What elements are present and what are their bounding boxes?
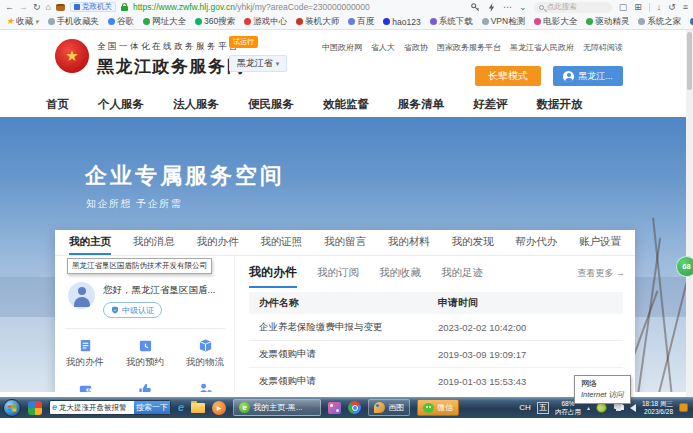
home-icon[interactable]: ⌂ <box>46 3 51 12</box>
table-row[interactable]: 发票领购申请 2019-03-09 19:09:17 <box>249 341 623 368</box>
paint-window-button[interactable]: 画图 <box>368 399 410 416</box>
cases-tab-subscriptions[interactable]: 我的订阅 <box>317 266 359 280</box>
bookmark-item[interactable]: 百度 <box>348 16 374 28</box>
floating-accelerator-ball[interactable]: 68 <box>676 256 693 277</box>
bookmark-item[interactable]: VPN检测 <box>482 16 525 28</box>
tab-my-messages[interactable]: 我的消息 <box>133 230 175 255</box>
top-link[interactable]: 省政协 <box>404 42 428 53</box>
download-icon[interactable]: ↓ <box>657 3 662 12</box>
cases-tab-my-cases[interactable]: 我的办件 <box>249 264 297 281</box>
table-row[interactable]: 企业养老保险缴费申报与变更 2023-02-02 10:42:00 <box>249 314 623 341</box>
bookmark-item[interactable]: 驱动精灵 <box>586 16 629 28</box>
shortcut-account-settings[interactable]: 账户设置 <box>186 382 224 392</box>
internet-explorer-icon[interactable]: e <box>178 402 184 413</box>
nav-item-personal[interactable]: 个人服务 <box>98 97 144 112</box>
bookmark-item[interactable]: 360搜索 <box>195 16 235 28</box>
taskbar-search-box[interactable]: e 龙大提涨开盘被报警 搜索一下 <box>49 400 171 415</box>
volume-tray-icon[interactable] <box>630 404 636 412</box>
tab-my-homepage[interactable]: 我的主页 <box>69 230 111 255</box>
scrollbar-thumb[interactable] <box>687 32 692 90</box>
cases-tab-favorites[interactable]: 我的收藏 <box>379 266 421 280</box>
nav-item-convenience[interactable]: 便民服务 <box>248 97 294 112</box>
bookmark-item[interactable]: 装机大师 <box>296 16 339 28</box>
lock-icon[interactable] <box>121 6 128 11</box>
reload-icon[interactable]: ↻ <box>33 3 41 12</box>
shortcut-my-appointments[interactable]: 我的预约 <box>126 338 164 369</box>
bookmark-favorites[interactable]: ★收藏▾ <box>6 16 39 28</box>
start-button[interactable] <box>3 399 21 417</box>
tray-expand-icon[interactable]: ▴ <box>587 404 590 411</box>
apps-grid-icon[interactable]: ⊞ <box>634 3 642 12</box>
region-selector[interactable]: 黑龙江省▾ <box>229 55 287 72</box>
url-host: https://www.zwfw.hlj.gov.cn <box>133 2 235 12</box>
taskbar-clock[interactable]: 18:18 周三 2023/6/28 <box>642 400 673 416</box>
tab-my-certificates[interactable]: 我的证照 <box>260 230 302 255</box>
shortcut-my-certificates[interactable]: 我的证照 <box>66 382 104 392</box>
language-indicator[interactable]: CH <box>519 403 531 412</box>
certification-badge[interactable]: 中级认证 <box>103 302 162 318</box>
top-link[interactable]: 中国政府网 <box>322 42 362 53</box>
notification-tray-icon[interactable] <box>679 403 688 412</box>
top-link[interactable]: 黑龙江省人民政府 <box>510 42 574 53</box>
more-icon[interactable]: ⋯ <box>503 3 512 12</box>
film-icon <box>328 402 341 414</box>
wechat-window-button[interactable]: 微信 <box>417 399 459 416</box>
bookmark-item[interactable]: 谷歌 <box>108 16 134 28</box>
active-window-button[interactable]: e 我的主页-黑... <box>233 399 321 416</box>
back-icon[interactable]: ← <box>5 3 14 12</box>
file-explorer-icon[interactable] <box>191 403 205 413</box>
shortcut-my-cases[interactable]: 我的办件 <box>66 338 104 369</box>
chrome-app-icon[interactable] <box>348 401 361 414</box>
profile-avatar[interactable] <box>68 282 95 309</box>
bookmark-item[interactable]: 系统下载 <box>430 16 473 28</box>
nav-item-home[interactable]: 首页 <box>46 97 69 112</box>
bookmark-item[interactable]: hao123 <box>383 17 420 27</box>
shortcut-my-reviews[interactable]: 我的评价 <box>126 382 164 392</box>
top-link[interactable]: 国家政务服务平台 <box>437 42 501 53</box>
tab-my-discovery[interactable]: 我的发现 <box>452 230 494 255</box>
site-verification-badge[interactable]: 党政机关 <box>70 2 116 12</box>
page-scrollbar[interactable] <box>686 30 693 397</box>
cases-tab-footprints[interactable]: 我的足迹 <box>441 266 483 280</box>
user-account-button[interactable]: 黑龙江... <box>553 66 623 86</box>
folder-icon <box>191 403 205 413</box>
ime-icon[interactable]: 五 <box>537 402 549 414</box>
tab-account-settings[interactable]: 账户设置 <box>579 230 621 255</box>
elder-mode-button[interactable]: 长辈模式 <box>475 66 541 86</box>
chevron-down-icon[interactable]: ⌄ <box>519 3 527 12</box>
view-more-link[interactable]: 查看更多 → <box>577 267 625 280</box>
nav-item-legal[interactable]: 法人服务 <box>173 97 219 112</box>
history-icon[interactable]: ↺ <box>668 3 676 12</box>
bookmark-item[interactable]: 手机收藏夹 <box>48 16 100 28</box>
reader-mode-icon[interactable]: ▢ <box>619 3 628 12</box>
briefcase-icon[interactable] <box>56 4 65 11</box>
table-row[interactable]: 发票领购申请 2019-01-03 15:53:43 <box>249 368 623 392</box>
toolbar-search[interactable]: 点此搜索 <box>534 2 612 13</box>
nav-item-service-list[interactable]: 服务清单 <box>398 97 444 112</box>
top-link[interactable]: 省人大 <box>371 42 395 53</box>
nav-item-supervision[interactable]: 效能监督 <box>323 97 369 112</box>
forward-icon[interactable]: → <box>19 3 28 12</box>
menu-icon[interactable]: ≡ <box>683 3 688 12</box>
bookmark-item[interactable]: 游戏中心 <box>244 16 287 28</box>
column-header-name: 办件名称 <box>249 296 438 310</box>
tab-my-cases[interactable]: 我的办件 <box>197 230 239 255</box>
nav-item-rating[interactable]: 好差评 <box>473 97 508 112</box>
taskbar-search-button[interactable]: 搜索一下 <box>134 400 170 415</box>
bookmark-item[interactable]: 网址大全 <box>143 16 186 28</box>
lightning-icon[interactable] <box>487 3 496 12</box>
tab-my-comments[interactable]: 我的留言 <box>324 230 366 255</box>
key-icon[interactable] <box>471 3 480 12</box>
tab-my-materials[interactable]: 我的材料 <box>388 230 430 255</box>
top-link[interactable]: 无障碍阅读 <box>583 42 623 53</box>
bookmark-item[interactable]: 系统之家 <box>638 16 681 28</box>
bookmark-item[interactable]: 电影大全 <box>534 16 577 28</box>
video-app-icon[interactable] <box>328 402 341 414</box>
nav-item-open-data[interactable]: 数据开放 <box>537 97 583 112</box>
app-launcher-icon[interactable] <box>28 401 42 415</box>
address-bar[interactable]: https://www.zwfw.hlj.gov.cn/yhkj/my?area… <box>133 2 370 12</box>
shortcut-my-logistics[interactable]: 我的物流 <box>186 338 224 369</box>
dashboard-tab-bar: 我的主页 我的消息 我的办件 我的证照 我的留言 我的材料 我的发现 帮办代办 … <box>55 230 635 256</box>
tab-agent-service[interactable]: 帮办代办 <box>515 230 557 255</box>
media-player-icon[interactable]: ▶ <box>212 401 226 415</box>
